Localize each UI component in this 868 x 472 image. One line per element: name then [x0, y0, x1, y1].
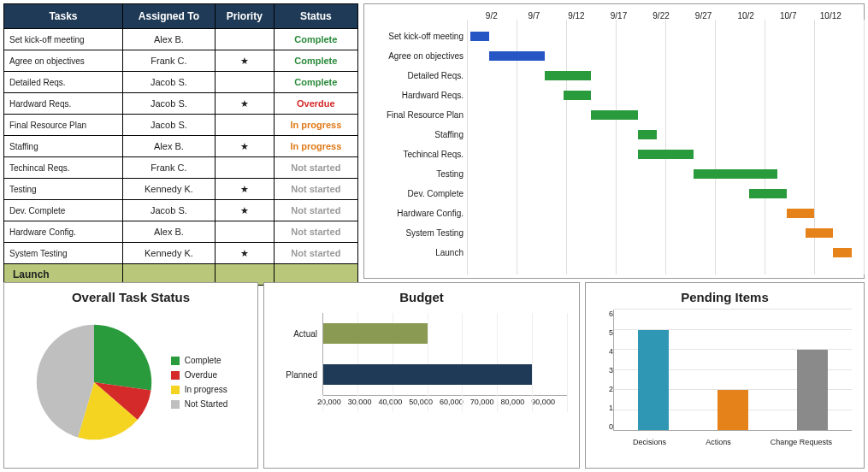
- legend-label: Overdue: [185, 370, 217, 380]
- assignee-cell: Kennedy K.: [122, 179, 215, 200]
- task-cell: Set kick-off meeting: [4, 29, 123, 50]
- priority-cell: ★: [215, 93, 274, 115]
- gantt-label: Agree on objectives: [368, 51, 470, 61]
- pending-bar: [797, 350, 828, 430]
- gantt-bar: [564, 91, 592, 100]
- gantt-label: Launch: [368, 248, 470, 257]
- priority-cell: [215, 115, 274, 136]
- status-cell: Complete: [274, 50, 357, 72]
- legend-swatch: [171, 371, 180, 380]
- col-header: Priority: [215, 4, 274, 29]
- gantt-bar: [806, 228, 834, 238]
- col-header: Tasks: [4, 4, 123, 29]
- gantt-bar: [638, 130, 657, 139]
- priority-cell: ★: [215, 200, 274, 221]
- status-cell: Not started: [274, 157, 357, 179]
- task-cell: Detailed Reqs.: [4, 72, 123, 93]
- assignee-cell: Kennedy K.: [122, 243, 215, 264]
- gantt-bar: [638, 150, 694, 159]
- status-cell: Complete: [274, 29, 357, 50]
- gantt-chart: 9/29/79/129/179/229/2710/210/710/12 Set …: [363, 3, 865, 279]
- axis-label: Decisions: [633, 438, 666, 446]
- budget-title: Budget: [276, 290, 567, 304]
- gantt-row: Testing: [368, 164, 852, 184]
- table-row: Hardware Config.Alex B.Not started: [4, 221, 358, 243]
- pie-chart: [34, 322, 154, 442]
- assignee-cell: Alex B.: [122, 136, 215, 157]
- budget-bar: [323, 364, 532, 385]
- assignee-cell: Alex B.: [122, 221, 215, 243]
- axis-tick: 3: [598, 366, 613, 375]
- gantt-bar: [545, 71, 591, 80]
- status-cell: Not started: [274, 221, 357, 243]
- legend-label: Complete: [185, 356, 221, 365]
- gantt-bar: [749, 189, 787, 198]
- gantt-bar: [591, 110, 637, 120]
- assignee-cell: Alex B.: [122, 29, 215, 50]
- assignee-cell: Jacob S.: [122, 93, 215, 115]
- task-cell: Techincal Reqs.: [4, 157, 123, 179]
- gantt-row: Dev. Complete: [368, 184, 852, 204]
- status-cell: In progress: [274, 136, 357, 157]
- priority-cell: ★: [215, 243, 274, 264]
- pending-bar: [717, 390, 748, 430]
- legend-label: Not Started: [185, 399, 228, 409]
- status-cell: In progress: [274, 115, 357, 136]
- task-cell: Dev. Complete: [4, 200, 123, 221]
- pie-title: Overall Task Status: [11, 290, 251, 304]
- gantt-row: Hardward Reqs.: [368, 86, 852, 105]
- table-row: Hardward Reqs.Jacob S.★Overdue: [4, 93, 358, 115]
- legend-swatch: [171, 357, 180, 365]
- gantt-row: Set kick-off meeting: [368, 27, 852, 46]
- budget-bar: [323, 323, 428, 344]
- pending-title: Pending Items: [598, 290, 852, 304]
- gantt-label: Set kick-off meeting: [368, 32, 470, 41]
- gantt-bar: [694, 169, 777, 179]
- gantt-label: Techincal Reqs.: [368, 150, 470, 159]
- assignee-cell: Jacob S.: [122, 200, 215, 221]
- gantt-label: Final Resource Plan: [368, 110, 470, 120]
- task-cell: System Testing: [4, 243, 123, 264]
- legend-item: Complete: [171, 356, 228, 365]
- legend-label: In progress: [185, 385, 227, 394]
- pending-bar: [638, 330, 669, 431]
- table-row: Agree on objectivesFrank C.★Complete: [4, 50, 358, 72]
- priority-cell: ★: [215, 136, 274, 157]
- priority-cell: [215, 157, 274, 179]
- task-cell: Hardward Reqs.: [4, 93, 123, 115]
- pie-legend: CompleteOverdueIn progressNot Started: [171, 351, 228, 414]
- budget-row: Planned: [276, 354, 567, 395]
- gantt-label: Detailed Reqs.: [368, 71, 470, 80]
- gantt-bar: [833, 248, 852, 257]
- gantt-row: Final Resource Plan: [368, 105, 852, 125]
- status-cell: Not started: [274, 200, 357, 221]
- gantt-label: Hardward Reqs.: [368, 91, 470, 100]
- legend-swatch: [171, 386, 180, 394]
- table-row: TestingKennedy K.★Not started: [4, 179, 358, 200]
- pie-slice: [94, 325, 151, 391]
- axis-label: Change Requests: [771, 438, 832, 446]
- gantt-row: Launch: [368, 243, 852, 263]
- legend-swatch: [171, 400, 180, 409]
- gantt-label: System Testing: [368, 228, 470, 238]
- gantt-label: Testing: [368, 169, 470, 179]
- pending-chart-panel: Pending Items 0123456 DecisionsActionsCh…: [585, 282, 865, 469]
- axis-tick: 2: [598, 385, 613, 393]
- col-header: Assigned To: [122, 4, 215, 29]
- priority-cell: [215, 221, 274, 243]
- task-cell: Final Resource Plan: [4, 115, 123, 136]
- table-row: Techincal Reqs.Frank C.Not started: [4, 157, 358, 179]
- pie-chart-panel: Overall Task Status CompleteOverdueIn pr…: [3, 282, 258, 469]
- gantt-row: Hardware Config.: [368, 204, 852, 223]
- legend-item: Not Started: [171, 399, 228, 409]
- legend-item: In progress: [171, 385, 228, 394]
- priority-cell: [215, 29, 274, 50]
- gantt-bar: [787, 209, 815, 218]
- gantt-bar: [489, 51, 545, 61]
- task-cell: Hardware Config.: [4, 221, 123, 243]
- status-cell: Not started: [274, 179, 357, 200]
- gantt-row: Staffing: [368, 125, 852, 145]
- budget-row: Actual: [276, 313, 567, 354]
- assignee-cell: Frank C.: [122, 50, 215, 72]
- task-cell: Testing: [4, 179, 123, 200]
